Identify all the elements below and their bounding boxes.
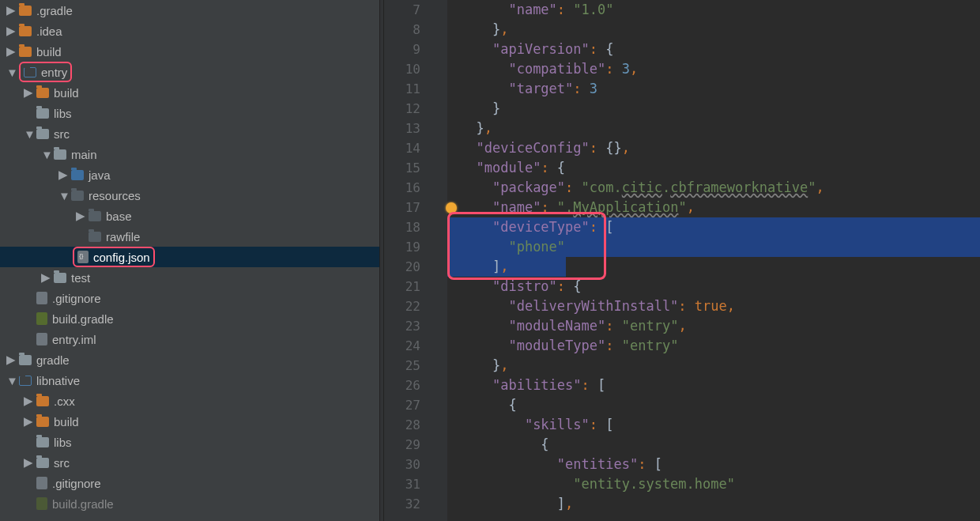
- gradle-file-icon: [36, 312, 47, 325]
- tree-item-buildgradle[interactable]: build.gradle: [0, 308, 379, 329]
- folder-icon: [19, 355, 32, 365]
- line-number: 32: [384, 494, 435, 514]
- chevron-right-icon[interactable]: ▶: [24, 414, 33, 429]
- code-line[interactable]: {: [447, 435, 980, 455]
- tree-item-entry-build[interactable]: ▶ build: [0, 82, 379, 103]
- tree-item-build[interactable]: ▶ build: [0, 41, 379, 62]
- chevron-right-icon[interactable]: ▶: [41, 270, 51, 285]
- tree-item-gradle2[interactable]: ▶ gradle: [0, 349, 379, 370]
- code-line[interactable]: "phone": [447, 237, 980, 257]
- tree-item-libnative[interactable]: ▼ libnative: [0, 370, 379, 391]
- line-number: 22: [384, 296, 435, 316]
- code-line[interactable]: "apiVersion": {: [447, 40, 980, 59]
- folder-icon: [36, 108, 49, 119]
- tree-item-main[interactable]: ▼ main: [0, 144, 379, 164]
- tree-item-gradle[interactable]: ▶ .gradle: [0, 0, 379, 21]
- code-line[interactable]: "entity.system.home": [447, 474, 980, 494]
- tree-item-libbuild[interactable]: ▶ build: [0, 411, 379, 432]
- chevron-right-icon[interactable]: ▶: [6, 353, 16, 367]
- tree-item-gitignore[interactable]: .gitignore: [0, 288, 379, 308]
- line-number: 29: [384, 435, 435, 455]
- code-line[interactable]: "skills": [: [447, 415, 980, 435]
- chevron-down-icon[interactable]: ▼: [58, 189, 68, 202]
- json-key: "deviceConfig": [476, 140, 589, 156]
- tree-label: src: [54, 456, 70, 470]
- gradle-file-icon: [36, 497, 47, 510]
- json-bool: true: [695, 298, 727, 314]
- tree-item-entry[interactable]: ▼ entry: [0, 62, 379, 82]
- code-line[interactable]: {: [447, 395, 980, 415]
- code-line[interactable]: "name": "1.0": [447, 0, 980, 20]
- ide-window: ▶ .gradle ▶ .idea ▶ build ▼ entry ▶ buil…: [0, 0, 980, 521]
- code-line[interactable]: "entities": [: [447, 455, 980, 474]
- tree-item-libbuildgradle[interactable]: build.gradle: [0, 493, 379, 514]
- tree-item-base[interactable]: ▶ base: [0, 206, 379, 226]
- code-line[interactable]: "deviceType": [: [447, 217, 980, 237]
- code-line[interactable]: "deviceConfig": {},: [447, 138, 980, 158]
- project-tree[interactable]: ▶ .gradle ▶ .idea ▶ build ▼ entry ▶ buil…: [0, 0, 379, 521]
- chevron-right-icon[interactable]: ▶: [24, 455, 33, 470]
- line-number: 10: [384, 59, 435, 79]
- tree-item-cxx[interactable]: ▶ .cxx: [0, 391, 379, 411]
- json-key: "deviceType": [492, 219, 590, 235]
- code-line[interactable]: "target": 3: [447, 79, 980, 99]
- code-line[interactable]: "name": ".MyApplication",: [447, 198, 980, 217]
- code-line[interactable]: "moduleName": "entry",: [447, 316, 980, 336]
- code-line[interactable]: },: [447, 20, 980, 40]
- tree-item-iml[interactable]: entry.iml: [0, 329, 379, 349]
- tree-item-liblibs[interactable]: libs: [0, 432, 379, 452]
- line-number: 24: [384, 336, 435, 356]
- tree-item-resources[interactable]: ▼ resources: [0, 185, 379, 206]
- code-line[interactable]: }: [447, 99, 980, 119]
- code-line[interactable]: "moduleType": "entry": [447, 336, 980, 356]
- tree-item-libsrc[interactable]: ▶ src: [0, 452, 379, 473]
- tree-item-config-json[interactable]: config.json: [0, 247, 379, 267]
- tree-item-libgitignore[interactable]: .gitignore: [0, 473, 379, 493]
- chevron-down-icon[interactable]: ▼: [41, 148, 51, 161]
- tree-item-java[interactable]: ▶ java: [0, 164, 379, 185]
- tree-item-entry-libs[interactable]: libs: [0, 103, 379, 123]
- json-string: ": [808, 179, 816, 195]
- chevron-down-icon[interactable]: ▼: [6, 374, 16, 387]
- code-line[interactable]: },: [447, 356, 980, 376]
- line-number-gutter: 7 8 9 10 11 12 13 14 15 16 17 18 19 20 2…: [384, 0, 435, 521]
- tree-label: .gitignore: [52, 292, 101, 305]
- chevron-right-icon[interactable]: ▶: [24, 394, 33, 408]
- code-area[interactable]: "name": "1.0" }, "apiVersion": { "compat…: [447, 0, 980, 521]
- code-line[interactable]: "package": "com.citic.cbframeworknative"…: [447, 178, 980, 198]
- chevron-right-icon[interactable]: ▶: [76, 209, 85, 223]
- line-number: 31: [384, 474, 435, 494]
- line-number: 12: [384, 99, 435, 119]
- code-editor[interactable]: 7 8 9 10 11 12 13 14 15 16 17 18 19 20 2…: [384, 0, 980, 521]
- code-line[interactable]: "distro": {: [447, 277, 980, 296]
- code-line[interactable]: "deliveryWithInstall": true,: [447, 296, 980, 316]
- chevron-right-icon[interactable]: ▶: [58, 168, 68, 182]
- code-line[interactable]: ],: [447, 257, 980, 277]
- fold-gutter[interactable]: [435, 0, 447, 521]
- chevron-right-icon[interactable]: ▶: [24, 85, 33, 100]
- chevron-right-icon[interactable]: ▶: [6, 3, 16, 17]
- tree-item-src[interactable]: ▼ src: [0, 123, 379, 144]
- code-line[interactable]: "module": {: [447, 158, 980, 178]
- folder-icon: [89, 232, 101, 242]
- chevron-down-icon[interactable]: ▼: [6, 66, 16, 79]
- folder-icon: [19, 26, 32, 36]
- tree-label: java: [89, 168, 111, 182]
- tree-label: .cxx: [54, 395, 75, 408]
- tree-item-idea[interactable]: ▶ .idea: [0, 21, 379, 41]
- tree-item-rawfile[interactable]: rawfile: [0, 226, 379, 247]
- json-string: citic: [622, 179, 662, 195]
- line-number: 23: [384, 316, 435, 336]
- tree-label: gradle: [36, 353, 70, 367]
- code-line[interactable]: "compatible": 3,: [447, 59, 980, 79]
- chevron-right-icon[interactable]: ▶: [6, 44, 16, 59]
- json-key: "name": [492, 199, 541, 215]
- line-number: 28: [384, 415, 435, 435]
- code-line[interactable]: "abilities": [: [447, 376, 980, 395]
- tree-item-test[interactable]: ▶ test: [0, 267, 379, 288]
- tree-label: libnative: [36, 374, 80, 387]
- code-line[interactable]: },: [447, 119, 980, 138]
- chevron-right-icon[interactable]: ▶: [6, 24, 16, 38]
- chevron-down-icon[interactable]: ▼: [24, 127, 33, 141]
- code-line[interactable]: ],: [447, 494, 980, 514]
